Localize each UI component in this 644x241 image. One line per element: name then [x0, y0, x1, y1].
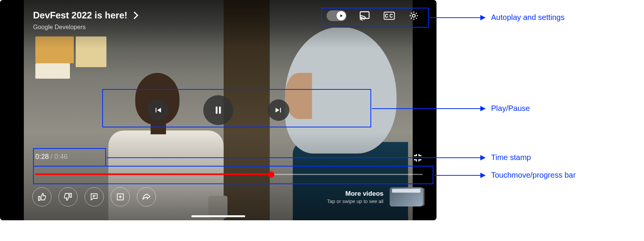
- cast-icon[interactable]: [358, 10, 371, 21]
- action-row: [32, 187, 156, 206]
- home-indicator: [191, 215, 245, 217]
- pause-button[interactable]: [203, 95, 233, 125]
- annotation-label-timestamp: Time stamp: [491, 153, 531, 162]
- annotation-label-top-controls: Autoplay and settings: [491, 13, 564, 22]
- play-icon: [337, 11, 346, 20]
- progress-played: [35, 173, 271, 175]
- video-title-block[interactable]: DevFest 2022 is here! Google Developers: [33, 10, 137, 31]
- current-time: 0:28: [35, 153, 49, 161]
- video-player: DevFest 2022 is here! Google Developers: [0, 0, 437, 220]
- center-controls: [147, 95, 289, 125]
- more-videos-label: More videos: [327, 190, 383, 198]
- save-button[interactable]: [111, 187, 130, 206]
- more-videos-thumbnail: [390, 187, 423, 206]
- annotation-arrow: [430, 17, 485, 18]
- top-controls: [324, 8, 423, 23]
- more-videos-subtext: Tap or swipe up to see all: [327, 198, 383, 204]
- comments-button[interactable]: [85, 187, 104, 206]
- annotation-arrow: [107, 157, 485, 158]
- annotation-label-progress: Touchmove/progress bar: [491, 171, 576, 180]
- autoplay-toggle[interactable]: [327, 10, 347, 21]
- channel-name: Google Developers: [33, 24, 137, 31]
- next-button[interactable]: [268, 99, 289, 121]
- time-display: 0:28 / 0:46: [35, 153, 68, 161]
- dislike-button[interactable]: [58, 187, 78, 206]
- annotation-arrow: [434, 175, 485, 176]
- gear-icon[interactable]: [407, 10, 420, 21]
- captions-icon[interactable]: [383, 10, 396, 21]
- progress-scrubber[interactable]: [268, 172, 274, 178]
- player-overlay: DevFest 2022 is here! Google Developers: [0, 0, 437, 220]
- more-videos[interactable]: More videos Tap or swipe up to see all: [327, 187, 423, 206]
- progress-bar[interactable]: [35, 172, 423, 177]
- share-button[interactable]: [137, 187, 156, 206]
- previous-button[interactable]: [147, 99, 169, 121]
- annotation-arrow: [372, 108, 485, 109]
- chevron-right-icon: [131, 12, 139, 19]
- video-title: DevFest 2022 is here!: [33, 10, 127, 21]
- svg-point-2: [412, 14, 415, 17]
- duration: / 0:46: [50, 153, 68, 161]
- like-button[interactable]: [32, 187, 51, 206]
- annotation-label-center-controls: Play/Pause: [491, 104, 530, 113]
